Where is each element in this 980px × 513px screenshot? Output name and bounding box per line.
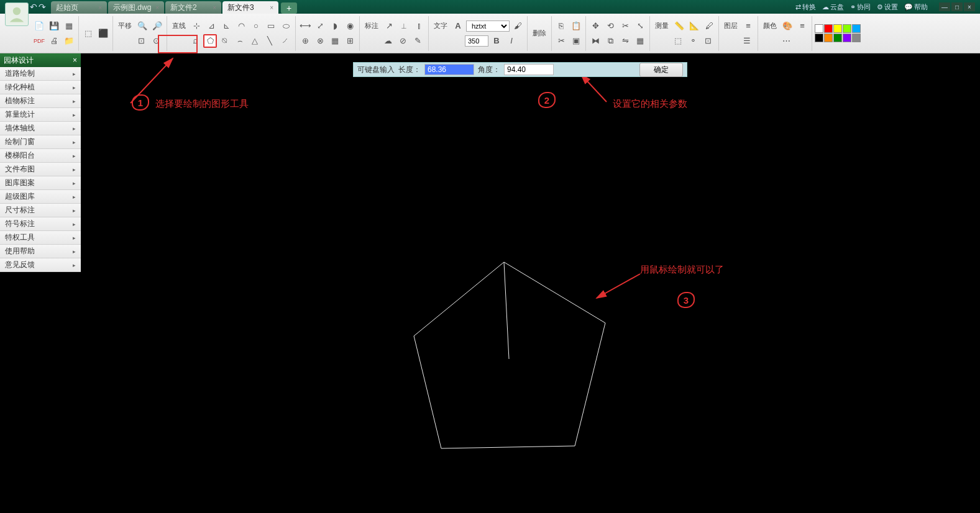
tab-newfile3[interactable]: 新文件3× [222, 1, 278, 14]
move-icon[interactable]: ✥ [588, 19, 602, 33]
close-button[interactable]: × [964, 2, 975, 11]
pline-icon[interactable]: ⩍ [188, 34, 202, 48]
polygon-icon[interactable]: ⬠ [203, 34, 217, 48]
dim6-icon[interactable]: ⊗ [313, 34, 327, 48]
flip-icon[interactable]: ⇋ [618, 34, 632, 48]
color-swatch[interactable] [843, 34, 851, 42]
ann2-icon[interactable]: ⟂ [397, 19, 411, 33]
help-button[interactable]: 💬 帮助 [904, 2, 928, 12]
layer-label[interactable]: 图层 [721, 21, 740, 30]
array-icon[interactable]: ▦ [633, 34, 647, 48]
mea1-icon[interactable]: 📏 [672, 19, 686, 33]
close-icon[interactable]: × [98, 4, 102, 11]
color-swatch[interactable] [815, 24, 823, 33]
drawing-canvas[interactable] [81, 53, 980, 513]
shape-icon[interactable]: △ [248, 34, 262, 48]
dim8-icon[interactable]: ⊞ [343, 34, 357, 48]
offset-icon[interactable]: ⧉ [603, 34, 617, 48]
spline-icon[interactable]: ⦰ [218, 34, 232, 48]
color-swatch[interactable] [843, 24, 851, 33]
sidebar-item[interactable]: 使用帮助▸ [0, 245, 81, 258]
close-icon[interactable]: × [155, 4, 159, 11]
length-input[interactable] [424, 64, 474, 75]
color-swatch[interactable] [852, 34, 861, 42]
text-a-icon[interactable]: A [451, 19, 465, 33]
layer-icon[interactable]: ≡ [741, 19, 755, 33]
colorwheel-icon[interactable]: 🎨 [781, 19, 794, 33]
layermgr-icon[interactable]: ☰ [740, 34, 754, 48]
extend-icon[interactable]: ⤡ [633, 19, 647, 33]
fontsize-input[interactable] [465, 35, 488, 47]
tab-start[interactable]: 起始页× [51, 1, 107, 14]
maximize-button[interactable]: □ [951, 2, 963, 11]
linetype-icon[interactable]: ⋯ [779, 34, 793, 48]
trim-icon[interactable]: ✂ [618, 19, 632, 33]
sidebar-item[interactable]: 尺寸标注▸ [0, 204, 81, 217]
ann6-icon[interactable]: ✎ [411, 34, 424, 48]
coop-button[interactable]: ⚭ 协同 [850, 2, 871, 12]
mea2-icon[interactable]: 📐 [687, 19, 701, 33]
close-icon[interactable]: × [270, 4, 273, 11]
save-icon[interactable]: 💾 [47, 19, 61, 33]
sidebar-item[interactable]: 道路绘制▸ [0, 67, 81, 81]
arc-icon[interactable]: ◠ [234, 19, 248, 33]
tab-add-button[interactable]: + [281, 2, 297, 14]
dim2-icon[interactable]: ⤢ [313, 19, 327, 33]
sidebar-item[interactable]: 符号标注▸ [0, 217, 81, 231]
dim5-icon[interactable]: ⊕ [298, 34, 312, 48]
close-icon[interactable]: × [213, 4, 216, 11]
zoomout-icon[interactable]: 🔎 [150, 19, 164, 33]
export-icon[interactable]: ▦ [62, 19, 76, 33]
print-icon[interactable]: 🖨 [47, 34, 61, 48]
cloud-button[interactable]: ☁ 云盘 [822, 2, 844, 12]
snap3-icon[interactable]: ⊾ [219, 19, 233, 33]
ok-button[interactable]: 确定 [639, 63, 683, 77]
zoomwin-icon[interactable]: ⊡ [134, 34, 148, 48]
color-swatch[interactable] [815, 34, 823, 42]
bold-button[interactable]: B [490, 34, 503, 48]
line2-icon[interactable]: ╲ [263, 34, 277, 48]
mirror-icon[interactable]: ⧓ [588, 34, 602, 48]
snap1-icon[interactable]: ⊹ [190, 19, 203, 33]
color-swatch[interactable] [833, 24, 842, 33]
sidebar-item[interactable]: 植物标注▸ [0, 94, 81, 108]
zoomfit-icon[interactable]: ⊙ [149, 34, 163, 48]
settings-button[interactable]: ⚙ 设置 [877, 2, 898, 12]
dim4-icon[interactable]: ◉ [343, 19, 357, 33]
unload-icon[interactable]: ⬚ [81, 27, 95, 40]
ann5-icon[interactable]: ⊘ [396, 34, 410, 48]
cut-icon[interactable]: ✂ [554, 34, 568, 48]
sidebar-item[interactable]: 文件布图▸ [0, 163, 81, 176]
sidebar-item[interactable]: 超级图库▸ [0, 190, 81, 204]
load-icon[interactable]: ⬛ [96, 27, 110, 40]
sidebar-item[interactable]: 绘制门窗▸ [0, 135, 81, 149]
sidebar-item[interactable]: 特权工具▸ [0, 231, 81, 245]
sidebar-item[interactable]: 图库图案▸ [0, 176, 81, 190]
avatar[interactable] [5, 2, 29, 26]
color-swatch[interactable] [824, 24, 833, 33]
mea6-icon[interactable]: ⊡ [701, 34, 715, 48]
pdf-icon[interactable]: PDF [32, 34, 46, 48]
close-icon[interactable]: × [73, 56, 77, 65]
ann3-icon[interactable]: ⫿ [412, 19, 426, 33]
undo-icon[interactable]: ↶ [30, 2, 37, 12]
dim7-icon[interactable]: ▦ [328, 34, 342, 48]
italic-button[interactable]: I [505, 34, 518, 48]
tab-newfile2[interactable]: 新文件2× [165, 1, 221, 14]
sidebar-item[interactable]: 墙体轴线▸ [0, 122, 81, 135]
color-swatch[interactable] [824, 34, 833, 42]
mea4-icon[interactable]: ⬚ [671, 34, 685, 48]
minimize-button[interactable]: — [939, 2, 950, 11]
sidebar-item[interactable]: 绿化种植▸ [0, 81, 81, 94]
folder-icon[interactable]: 📁 [62, 34, 76, 48]
copy-icon[interactable]: ⎘ [554, 19, 568, 33]
mea5-icon[interactable]: ⚬ [686, 34, 700, 48]
brush-icon[interactable]: 🖌 [511, 19, 524, 33]
sidebar-item[interactable]: 算量统计▸ [0, 108, 81, 122]
arc2-icon[interactable]: ⌢ [233, 34, 247, 48]
delete-label[interactable]: 删除 [530, 29, 549, 38]
ann1-icon[interactable]: ↗ [382, 19, 396, 33]
block-icon[interactable]: ▣ [569, 34, 583, 48]
convert-button[interactable]: ⇄ 转换 [795, 2, 816, 12]
sidebar-item[interactable]: 楼梯阳台▸ [0, 149, 81, 163]
